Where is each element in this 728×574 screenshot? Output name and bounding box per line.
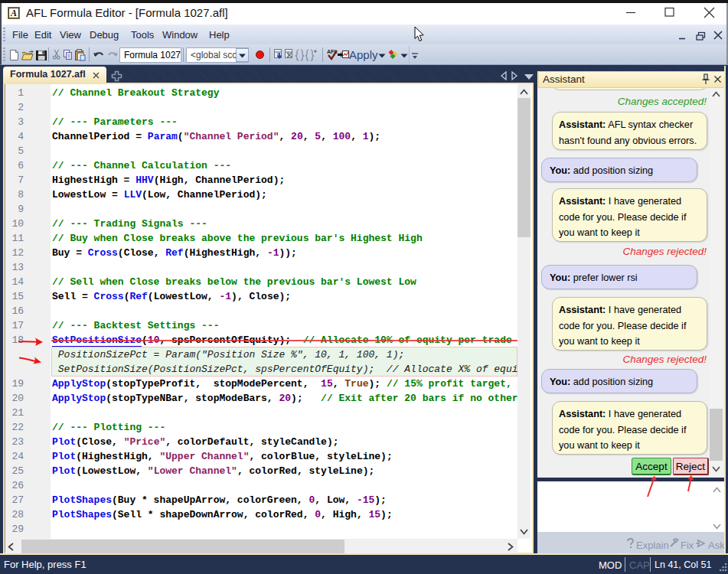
svg-text:A: A (10, 8, 17, 18)
